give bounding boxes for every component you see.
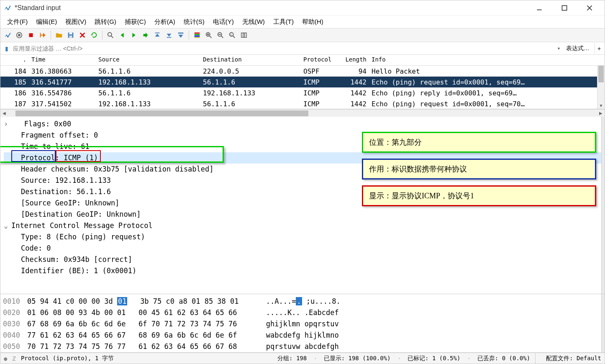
detail-src[interactable]: Source: 192.168.1.133 [21, 176, 111, 185]
menu-view[interactable]: 视图(V) [62, 16, 90, 28]
col-length[interactable]: Length [341, 55, 369, 65]
annotation-callouts: 位置：第九部分 作用：标识数据携带何种协议 显示：显示协议ICMP，协议号1 [362, 132, 596, 206]
maximize-button[interactable] [556, 2, 573, 14]
go-first-icon[interactable] [152, 30, 163, 41]
save-file-icon[interactable] [65, 30, 76, 41]
col-protocol[interactable]: Protocol [301, 55, 341, 65]
auto-scroll-icon[interactable] [175, 30, 186, 41]
zoom-in-icon[interactable] [203, 30, 214, 41]
resize-columns-icon[interactable] [238, 30, 249, 41]
packet-row[interactable]: 184316.38066356.1.1.6224.0.0.5OSPF94Hell… [0, 66, 605, 77]
status-profile: 配置文件: Default [546, 355, 601, 362]
packet-row[interactable]: 186316.55478656.1.1.6192.168.1.133ICMP14… [0, 87, 605, 98]
go-to-packet-icon[interactable] [140, 30, 151, 41]
hex-row[interactable]: 001005 94 41 c0 00 00 3d 01 3b 75 c0 a8 … [3, 296, 602, 307]
status-marked: 已标记: 1 (0.5%) [408, 355, 460, 362]
app-window: *Standard input 文件(F) 编辑(E) 视图(V) 跳转(G) … [0, 0, 605, 364]
menu-analyze[interactable]: 分析(A) [151, 16, 179, 28]
status-field: Protocol (ip.proto), 1 字节 [21, 355, 114, 362]
col-destination[interactable]: Destination [200, 55, 301, 65]
filter-dropdown-icon[interactable]: ▾ [556, 46, 561, 51]
reload-icon[interactable] [89, 30, 100, 41]
detail-icmp-header[interactable]: Internet Control Message Protocol [11, 221, 153, 230]
hex-pane[interactable]: 001005 94 41 c0 00 00 3d 01 3b 75 c0 a8 … [0, 294, 605, 353]
wireshark-logo-icon [4, 4, 11, 12]
go-forward-icon[interactable] [128, 30, 139, 41]
svg-point-12 [108, 33, 112, 36]
find-icon[interactable] [105, 30, 116, 41]
menu-bar: 文件(F) 编辑(E) 视图(V) 跳转(G) 捕获(C) 分析(A) 统计(S… [0, 15, 605, 28]
svg-line-22 [210, 36, 212, 38]
zoom-out-icon[interactable] [215, 30, 226, 41]
collapse-icon[interactable]: ⌄ [4, 220, 11, 231]
col-no[interactable]: . [0, 55, 29, 65]
svg-rect-33 [245, 33, 247, 38]
detail-geodst[interactable]: [Destination GeoIP: Unknown] [21, 210, 141, 218]
menu-capture[interactable]: 捕获(C) [121, 16, 149, 28]
colorize-icon[interactable] [192, 30, 203, 41]
hex-row[interactable]: 005070 71 72 73 74 75 76 77 61 62 63 64 … [3, 341, 602, 352]
detail-ttl[interactable]: Time to live: 61 [21, 142, 90, 151]
display-filter-input[interactable] [11, 44, 556, 54]
capture-options-icon[interactable] [37, 30, 48, 41]
hex-right-edge [601, 294, 605, 352]
detail-proto-label: Protocol: [21, 154, 59, 162]
window-controls [531, 2, 601, 14]
expression-button[interactable]: 表达式… [562, 43, 594, 54]
hex-row[interactable]: 004077 61 62 63 64 65 66 67 68 69 6a 6b … [3, 330, 602, 341]
detail-icmp-id[interactable]: Identifier (BE): 1 (0x0001) [21, 267, 136, 275]
menu-edit[interactable]: 编辑(E) [33, 16, 60, 28]
menu-telephony[interactable]: 电话(Y) [210, 16, 237, 28]
detail-flags[interactable]: Flags: 0x00 [24, 120, 72, 128]
go-back-icon[interactable] [117, 30, 128, 41]
detail-dst[interactable]: Destination: 56.1.1.6 [21, 187, 111, 196]
go-last-icon[interactable] [164, 30, 174, 41]
hex-row[interactable]: 002001 06 08 00 93 4b 00 01 00 45 61 62 … [3, 307, 602, 318]
detail-icmp-code[interactable]: Code: 0 [21, 244, 51, 252]
col-time[interactable]: Time [29, 55, 96, 65]
svg-rect-19 [195, 36, 200, 37]
title-bar: *Standard input [0, 0, 605, 15]
menu-tools[interactable]: 工具(T) [270, 16, 297, 28]
status-expert-icon[interactable]: ℤ [12, 355, 15, 362]
start-capture-icon[interactable] [2, 30, 13, 41]
packet-list-scrollbar-h[interactable]: ◀▶ [0, 109, 605, 117]
detail-checksum[interactable]: Header checksum: 0x3b75 [validation disa… [21, 165, 214, 173]
detail-geosrc[interactable]: [Source GeoIP: Unknown] [21, 199, 119, 207]
svg-rect-5 [18, 34, 20, 36]
add-filter-button[interactable]: + [595, 44, 603, 54]
callout-role: 作用：标识数据携带何种协议 [362, 159, 596, 179]
detail-fragoff[interactable]: Fragment offset: 0 [21, 131, 98, 139]
close-file-icon[interactable] [77, 30, 88, 41]
svg-rect-8 [69, 33, 72, 35]
stop-capture-icon[interactable] [14, 30, 25, 41]
expand-icon[interactable]: › [4, 118, 11, 130]
close-button[interactable] [581, 2, 598, 14]
svg-rect-20 [195, 37, 200, 38]
svg-line-26 [221, 36, 223, 38]
detail-icmp-cksum[interactable]: Checksum: 0x934b [correct] [21, 255, 132, 264]
restart-capture-icon[interactable] [26, 30, 36, 41]
packet-list-header: . Time Source Destination Protocol Lengt… [0, 55, 605, 66]
packet-list-body[interactable]: 184316.38066356.1.1.6224.0.0.5OSPF94Hell… [0, 66, 605, 109]
menu-stats[interactable]: 统计(S) [180, 16, 208, 28]
packet-row[interactable]: 187317.541502192.168.1.13356.1.1.6ICMP14… [0, 98, 605, 109]
menu-help[interactable]: 帮助(H) [299, 16, 327, 28]
menu-go[interactable]: 跳转(G) [91, 16, 120, 28]
callout-position: 位置：第九部分 [362, 132, 596, 153]
packet-details[interactable]: › Flags: 0x00 Fragment offset: 0 Time to… [0, 117, 605, 294]
menu-wireless[interactable]: 无线(W) [239, 16, 268, 28]
menu-file[interactable]: 文件(F) [4, 16, 31, 28]
col-source[interactable]: Source [96, 55, 200, 65]
zoom-100-icon[interactable]: 1 [227, 30, 238, 41]
detail-icmp-type[interactable]: Type: 8 (Echo (ping) request) [21, 233, 145, 241]
hex-row[interactable]: 003067 68 69 6a 6b 6c 6d 6e 6f 70 71 72 … [3, 318, 602, 330]
col-info[interactable]: Info [369, 55, 605, 65]
bookmark-filter-icon[interactable]: ▮ [2, 45, 11, 52]
packet-row[interactable]: 185316.541777192.168.1.13356.1.1.6ICMP14… [0, 77, 605, 87]
svg-line-13 [111, 36, 113, 38]
open-file-icon[interactable] [54, 30, 64, 41]
svg-rect-6 [29, 33, 33, 37]
packet-list-scrollbar-v[interactable]: ▼ [597, 66, 605, 109]
minimize-button[interactable] [531, 2, 548, 14]
